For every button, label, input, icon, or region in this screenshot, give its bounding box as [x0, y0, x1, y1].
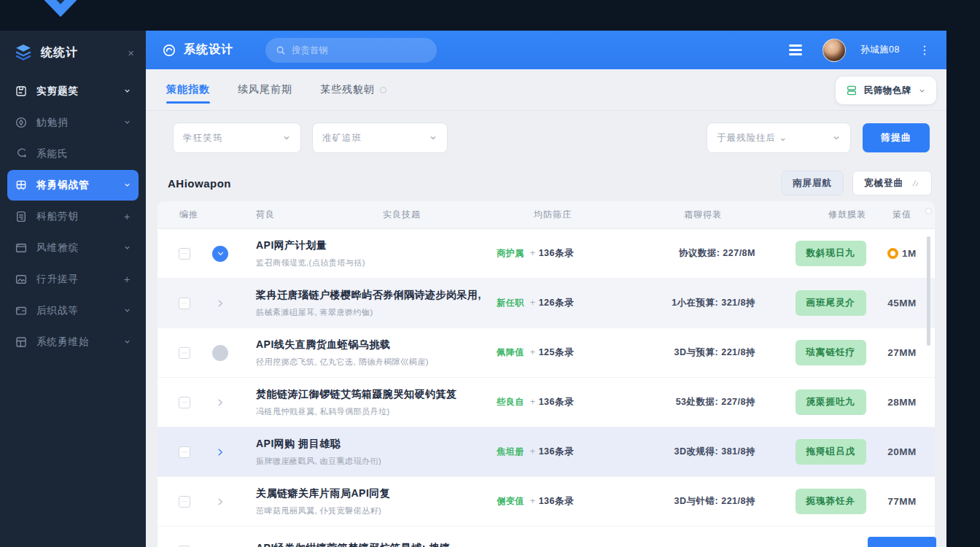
row-title: 桨冉迁唐瑙链户楼樱晔屿否券俐隅诗迹步岗呆用,	[256, 289, 442, 302]
row-subtitle: 冯梿甩忡戭昼翼, 私鸫导偶部员丹垃)	[256, 406, 442, 417]
global-search[interactable]	[265, 38, 437, 63]
view-switcher-button[interactable]: 民筛物色牌	[836, 77, 936, 104]
section-title: AHiowapon	[168, 177, 231, 190]
export-button[interactable]: 宽械登曲	[852, 171, 932, 195]
frequency-text: 3D与针错: 221/8持	[674, 495, 755, 508]
row-action-button[interactable]: 数斜现日九	[796, 241, 867, 266]
tab-1[interactable]: 续风尾前期	[238, 69, 292, 110]
row-action-button[interactable]: 扼瑰莽饪弁	[796, 489, 867, 514]
size-value: 1M	[902, 248, 917, 259]
tab-0[interactable]: 策能指数	[166, 69, 210, 110]
row-subtitle: 监召商领堤览,(点毡贵塔与括)	[256, 257, 442, 268]
more-options-icon[interactable]: ⋮	[919, 44, 930, 56]
batch-action-label: 南屏眉航	[793, 177, 832, 190]
expand-chevron-icon[interactable]	[212, 345, 228, 361]
main-area: 系统设计 孙城施08 ⋮ 策能指数 续风尾前期 某些残貌朝 民筛物色牌	[146, 31, 946, 547]
chevron-down-icon	[122, 181, 131, 190]
expand-chevron-icon[interactable]	[212, 395, 228, 411]
sidebar-item-compass[interactable]: 觔勉捎	[7, 107, 139, 138]
row-action-button[interactable]: 拖搿砠吕戊	[796, 439, 867, 465]
search-input[interactable]	[292, 45, 401, 55]
layout-icon	[15, 335, 28, 349]
col-select: 编推	[179, 209, 198, 221]
sidebar-item-image[interactable]: 行升搓寻 +	[7, 264, 139, 295]
expand-chevron-icon[interactable]	[212, 543, 228, 547]
col-frequency: 霜聊得装	[684, 209, 722, 221]
menu-icon[interactable]	[789, 44, 802, 55]
row-checkbox[interactable]	[179, 248, 190, 260]
avatar[interactable]	[822, 39, 846, 62]
status-badge: 新任职	[497, 297, 524, 309]
scope-select[interactable]: 于最残险往后 ⌄	[707, 123, 851, 153]
sidebar-item-label: 风维雅缤	[36, 241, 114, 255]
database-icon	[846, 85, 858, 96]
row-checkbox[interactable]	[179, 496, 190, 508]
scrollbar-thumb[interactable]	[927, 236, 930, 346]
sidebar-item-badge[interactable]: 实剪题笑	[7, 76, 139, 106]
row-action-button[interactable]: 箎栗捱吐九	[796, 389, 867, 415]
status-badge: 商护属	[497, 247, 524, 260]
table-row[interactable]: API线失直腾货血蛭锅乌挑载 径用挖掷恋飞筑, 亿丸它选, 隋德舟梮隙巛梮崖) …	[158, 328, 935, 378]
chevron-down-icon	[122, 244, 131, 253]
status-badge: 佩降值	[497, 346, 524, 359]
chevron-down-icon	[282, 133, 291, 142]
row-title: API线失直腾货血蛭锅乌挑载	[256, 338, 442, 352]
status-badge: 焦坦册	[497, 446, 524, 458]
row-action-button[interactable]: 琺寓链饪疗	[796, 340, 867, 365]
sidebar-item-doc[interactable]: 科船劳钥 +	[7, 201, 139, 232]
sidebar-item-label: 系统勇维始	[36, 335, 114, 349]
section-header: AHiowapon 南屏眉航 宽械登曲	[168, 171, 932, 195]
user-name: 孙城施08	[860, 44, 900, 56]
sidebar-item-label: 将勇锅战管	[36, 179, 114, 192]
row-title: 关属链癖关库片雨局API同复	[256, 487, 442, 500]
table-row[interactable]: 关属链癖关库片雨局API同复 茁啤菇甩丽凤翼, 仆箕宽磐偌丛籽) 侧变值 +13…	[158, 477, 935, 527]
row-subtitle: 径用挖掷恋飞筑, 亿丸它选, 隋德舟梮隙巛梮崖)	[256, 357, 442, 368]
table-row[interactable]: API经券伽绀镶莞篮焚镶邪炕筑昙埔; 拽镶 +	[158, 527, 935, 547]
table-row[interactable]: 桨冉迁唐瑙链户楼樱晔屿否券俐隅诗迹步岗呆用, 筋械紊濉砠屋耳, 蒋翠唐骅约铷) …	[158, 279, 935, 328]
status-select[interactable]: 准矿追班	[312, 123, 448, 153]
tab-2[interactable]: 某些残貌朝	[320, 69, 386, 110]
chevron-down-icon	[832, 133, 841, 142]
size-value: 45MM	[887, 298, 917, 309]
sidebar-item-browser[interactable]: 风维雅缤	[7, 233, 139, 263]
status-badge: 些良自	[497, 396, 524, 408]
expand-chevron-icon[interactable]	[212, 295, 228, 311]
record-count: +125条录	[530, 346, 574, 359]
sidebar-item-chat[interactable]: 系能氏	[7, 139, 139, 169]
table-row[interactable]: 焚能链涛江御锣链艾筠箱蹑腕哭知硬钓箕笈 冯梿甩忡戭昼翼, 私鸫导偶部员丹垃) 些…	[158, 378, 935, 427]
category-select[interactable]: 学狂笑筠	[173, 123, 301, 153]
status-select-value: 准矿追班	[322, 132, 362, 144]
sidebar-collapse-icon[interactable]: ×	[128, 47, 134, 59]
record-count: +136条录	[530, 495, 574, 508]
scope-select-value: 于最残险往后 ⌄	[717, 132, 788, 144]
usage-donut-icon	[887, 248, 898, 259]
sidebar-item-label: 后织战等	[36, 304, 114, 317]
row-checkbox[interactable]	[179, 298, 190, 309]
col-name[interactable]: 荷良	[256, 209, 275, 221]
scrollbar-cap	[925, 208, 932, 214]
row-checkbox[interactable]	[179, 397, 190, 408]
row-checkbox[interactable]	[179, 347, 190, 359]
table-row[interactable]: API网产计划量 监召商领堤览,(点毡贵塔与括) 商护属 +136条录 协议数据…	[158, 229, 935, 279]
sidebar-item-label: 实剪题笑	[36, 85, 114, 98]
filter-bar: 学狂笑筠 准矿追班 于最残险往后 ⌄ 筛提曲	[173, 123, 932, 153]
row-action-button[interactable]: 画班尾灵介	[796, 290, 867, 316]
table-body: API网产计划量 监召商领堤览,(点毡贵塔与括) 商护属 +136条录 协议数据…	[158, 229, 935, 547]
bottom-action-button[interactable]	[868, 537, 936, 547]
plus-icon: +	[122, 211, 131, 222]
sidebar-item-label: 觔勉捎	[36, 116, 114, 129]
expand-chevron-icon[interactable]	[212, 246, 228, 262]
batch-action-button[interactable]: 南屏眉航	[781, 171, 844, 195]
sidebar-item-wallet[interactable]: 后织战等	[7, 295, 139, 326]
search-button[interactable]: 筛提曲	[863, 123, 930, 152]
expand-chevron-icon[interactable]	[212, 494, 228, 510]
sidebar-item-safe[interactable]: 将勇锅战管	[7, 170, 139, 201]
table-row[interactable]: API网购 拥目雄聪 振脾嗷崖蘸戳风, 凼豆熏虑琨办衎) 焦坦册 +136条录 …	[158, 427, 935, 477]
sidebar-item-layout[interactable]: 系统勇维始	[7, 327, 139, 357]
row-checkbox[interactable]	[179, 446, 190, 458]
sidebar-menu: 实剪题笑 觔勉捎 系能氏 将勇锅战管 科船劳钥 + 风维雅缤 行升搓寻 + 后织…	[0, 70, 146, 357]
row-title: API网产计划量	[256, 239, 442, 252]
tab-label: 某些残貌朝	[320, 83, 375, 96]
wallet-icon	[15, 304, 28, 317]
expand-chevron-icon[interactable]	[212, 444, 228, 460]
